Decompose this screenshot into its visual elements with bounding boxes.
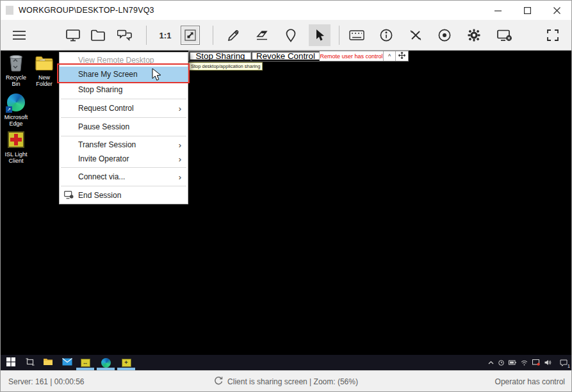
remote-control-status: Remote user has control xyxy=(320,51,384,61)
titlebar: WORKGROUP\DESKTOP-LN79VQ3 xyxy=(1,1,571,20)
fullscreen-arrows-icon xyxy=(546,29,559,42)
view-remote-desktop-button[interactable] xyxy=(62,24,84,46)
menu-item-label: Connect via... xyxy=(78,172,125,181)
windows-logo-icon xyxy=(6,357,15,368)
recycle-bin-icon xyxy=(6,53,26,72)
menu-item-share-my-screen[interactable]: Share My Screen xyxy=(60,67,188,82)
maximize-button[interactable] xyxy=(512,1,542,20)
menu-item-view-remote-desktop: View Remote Desktop xyxy=(60,53,188,67)
desktop-icon-label: New Folder xyxy=(30,74,58,88)
notification-center-icon[interactable]: 1 xyxy=(560,359,568,366)
move-bar-handle[interactable] xyxy=(396,51,408,61)
remote-desktop-view: Recycle Bin New Folder ↗ Microsoft Edge … xyxy=(1,51,571,355)
session-dropdown-menu: View Remote Desktop Share My Screen Stop… xyxy=(59,52,188,204)
fit-to-screen-icon xyxy=(184,29,196,41)
collapse-bar-button[interactable]: ^ xyxy=(384,51,396,61)
isl-plus-icon: + xyxy=(122,359,131,367)
settings-button[interactable] xyxy=(463,24,485,46)
folder-icon xyxy=(91,29,105,41)
notification-count-badge: 1 xyxy=(568,364,570,368)
desktop-icon-label: Recycle Bin xyxy=(2,74,30,88)
start-button[interactable] xyxy=(3,357,19,368)
location-pin-icon xyxy=(286,29,296,42)
tooltip: Stop desktop/application sharing xyxy=(188,62,263,70)
task-view-button[interactable] xyxy=(22,357,38,368)
menu-item-label: Transfer Session xyxy=(78,140,136,149)
minimize-button[interactable] xyxy=(483,1,512,20)
file-explorer-taskbar-button[interactable] xyxy=(40,357,56,368)
menu-separator xyxy=(61,186,186,186)
menu-item-label: Share My Screen xyxy=(78,70,138,79)
info-circle-icon xyxy=(380,29,393,42)
scale-1-1-button[interactable]: 1:1 xyxy=(154,24,176,46)
end-session-monitor-icon xyxy=(64,191,74,201)
stop-sharing-label: Stop Sharing xyxy=(195,51,245,61)
pen-button[interactable] xyxy=(222,24,244,46)
pen-icon xyxy=(227,29,240,42)
select-cursor-button[interactable] xyxy=(309,24,331,46)
shortcut-arrow-badge: ↗ xyxy=(6,106,12,113)
tray-chevron-up-icon[interactable] xyxy=(488,361,494,364)
menu-item-label: Request Control xyxy=(78,104,134,113)
file-explorer-icon xyxy=(43,357,53,368)
move-arrows-icon xyxy=(398,52,405,60)
menu-item-pause-session[interactable]: Pause Session xyxy=(60,119,188,135)
chat-button[interactable] xyxy=(114,24,136,46)
tray-screen-share-icon[interactable] xyxy=(532,359,540,366)
info-button[interactable] xyxy=(375,24,397,46)
eraser-icon xyxy=(255,29,269,42)
remote-control-bar: Stop Sharing Revoke Control Remote user … xyxy=(188,51,409,61)
mouse-cursor xyxy=(152,68,161,84)
eraser-button[interactable] xyxy=(251,24,273,46)
record-icon xyxy=(438,29,451,42)
isl-sharing-taskbar-button[interactable]: ↔ xyxy=(78,357,93,368)
fit-to-screen-button[interactable] xyxy=(181,26,200,45)
gear-icon xyxy=(468,29,480,42)
fullscreen-button[interactable] xyxy=(542,24,564,46)
task-view-icon xyxy=(26,358,35,368)
desktop-icon-recycle-bin[interactable]: Recycle Bin xyxy=(2,53,30,88)
tray-wifi-icon[interactable] xyxy=(521,360,528,366)
keyboard-button[interactable] xyxy=(346,24,368,46)
menu-item-label: Pause Session xyxy=(78,122,129,131)
menu-item-transfer-session[interactable]: Transfer Session › xyxy=(60,138,188,152)
tray-battery-icon[interactable] xyxy=(509,360,516,365)
refresh-icon xyxy=(214,376,223,387)
menu-item-invite-operator[interactable]: Invite Operator › xyxy=(60,152,188,166)
menu-item-label: Stop Sharing xyxy=(78,85,122,94)
stop-sharing-button[interactable]: Stop Sharing xyxy=(189,51,251,61)
edge-taskbar-button[interactable] xyxy=(98,357,113,368)
desktop-icon-new-folder[interactable]: New Folder xyxy=(30,53,58,88)
menu-item-label: View Remote Desktop xyxy=(78,56,154,65)
isl-arrows-icon: ↔ xyxy=(81,359,90,367)
menu-item-label: Invite Operator xyxy=(78,154,129,163)
isl-light-window: WORKGROUP\DESKTOP-LN79VQ3 xyxy=(0,0,572,392)
isl-client-icon xyxy=(6,130,26,149)
sharing-status-text: Client is sharing screen | Zoom: (56%) xyxy=(227,377,358,386)
menu-item-connect-via[interactable]: Connect via... › xyxy=(60,169,188,184)
mail-taskbar-button[interactable] xyxy=(60,357,75,368)
revoke-control-label: Revoke Control xyxy=(256,51,315,61)
revoke-control-button[interactable]: Revoke Control xyxy=(251,51,320,61)
menu-item-end-session[interactable]: End Session xyxy=(60,188,188,203)
tools-icon xyxy=(409,29,422,42)
monitor-icon xyxy=(66,29,80,42)
desktop-icon-microsoft-edge[interactable]: ↗ Microsoft Edge xyxy=(2,93,30,127)
remote-taskbar: ↔ + xyxy=(1,355,571,370)
submenu-chevron-icon: › xyxy=(179,141,181,149)
end-session-button[interactable] xyxy=(494,24,516,46)
session-menu-button[interactable] xyxy=(9,24,31,46)
close-button[interactable] xyxy=(542,1,571,20)
tools-button[interactable] xyxy=(405,24,427,46)
tray-volume-icon[interactable] xyxy=(544,359,552,366)
menu-item-stop-sharing[interactable]: Stop Sharing xyxy=(60,82,188,97)
menu-separator xyxy=(61,136,186,136)
file-transfer-button[interactable] xyxy=(87,24,109,46)
system-tray: 1 xyxy=(488,355,568,370)
record-button[interactable] xyxy=(434,24,455,46)
desktop-icon-isl-light-client[interactable]: ISL Light Client xyxy=(2,130,30,165)
laser-pointer-button[interactable] xyxy=(280,24,302,46)
isl-client-taskbar-button[interactable]: + xyxy=(118,357,134,368)
tray-clock-icon[interactable] xyxy=(498,360,504,366)
menu-item-request-control[interactable]: Request Control › xyxy=(60,101,188,116)
